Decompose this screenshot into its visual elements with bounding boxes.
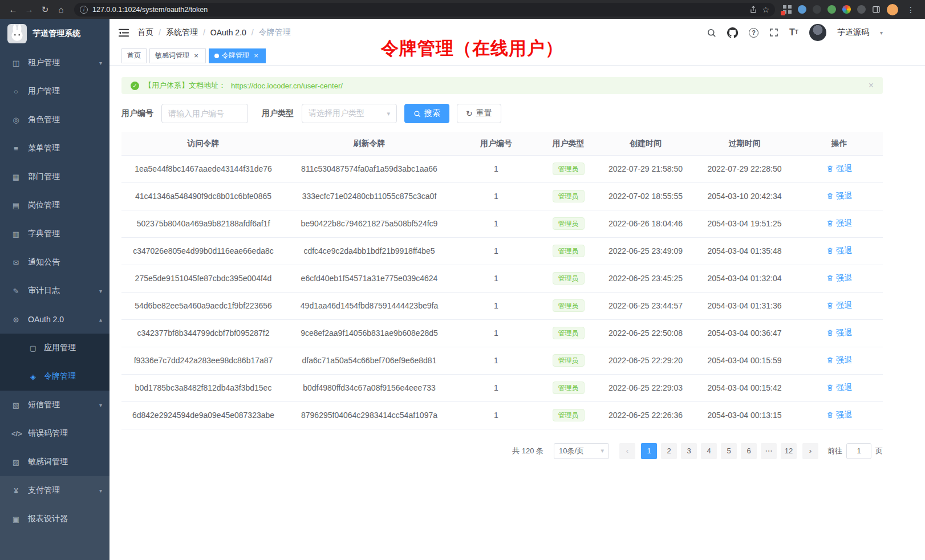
- page-button-6[interactable]: 6: [741, 443, 757, 459]
- tab-sensitive-word[interactable]: 敏感词管理×: [149, 48, 206, 63]
- fullscreen-icon[interactable]: [769, 28, 778, 37]
- alert-text: 【用户体系】文档地址：: [144, 80, 226, 91]
- extension-green-icon[interactable]: [827, 5, 836, 14]
- page-info-icon[interactable]: i: [80, 6, 88, 14]
- user-type-select[interactable]: 请选择用户类型 ▾: [302, 104, 397, 123]
- sidebar-item-app-mgmt[interactable]: ▢ 应用管理: [0, 334, 109, 362]
- sidebar-item-role[interactable]: ◎ 角色管理: [0, 105, 109, 134]
- sidebar-item-sensitive-word[interactable]: ▨ 敏感词管理: [0, 448, 109, 476]
- force-logout-button[interactable]: 强退: [826, 246, 852, 256]
- page-button-4[interactable]: 4: [701, 443, 717, 459]
- search-icon: [413, 110, 421, 117]
- user-avatar[interactable]: [809, 24, 826, 41]
- page-content: ✓ 【用户体系】文档地址： https://doc.iocoder.cn/use…: [109, 66, 925, 459]
- search-icon[interactable]: [707, 28, 716, 38]
- extension-dark-icon[interactable]: [813, 5, 821, 14]
- forward-icon[interactable]: →: [22, 3, 36, 17]
- menu-icon: ≡: [11, 144, 21, 153]
- table-header-row: 访问令牌刷新令牌用户编号用户类型创建时间过期时间操作: [121, 132, 883, 155]
- user-id-input[interactable]: [161, 104, 248, 123]
- sidebar-item-audit-log[interactable]: ✎ 审计日志 ▾: [0, 277, 109, 305]
- sidebar-item-user[interactable]: ○ 用户管理: [0, 77, 109, 105]
- sidebar-item-post[interactable]: ▤ 岗位管理: [0, 191, 109, 220]
- share-icon[interactable]: [749, 6, 757, 14]
- force-logout-button[interactable]: 强退: [826, 218, 852, 229]
- force-logout-button[interactable]: 强退: [826, 164, 852, 174]
- alert-close-icon[interactable]: ×: [869, 80, 874, 91]
- expire-time-cell: 2054-03-04 00:15:59: [693, 347, 796, 374]
- sidebar-item-notice[interactable]: ✉ 通知公告: [0, 248, 109, 277]
- sidebar-item-report[interactable]: ▣ 报表设计器: [0, 505, 109, 533]
- breadcrumb-item[interactable]: OAuth 2.0: [210, 28, 246, 37]
- active-tab-dot: [214, 54, 219, 58]
- create-time-cell: 2022-06-26 18:04:46: [598, 210, 693, 237]
- page-button-3[interactable]: 3: [681, 443, 697, 459]
- tab-token-mgmt[interactable]: 令牌管理×: [209, 48, 266, 63]
- search-button[interactable]: 搜索: [404, 104, 449, 123]
- error-code-icon: </>: [11, 429, 21, 438]
- extension-rainbow-icon[interactable]: [842, 5, 851, 14]
- delete-icon: [826, 192, 834, 200]
- back-icon[interactable]: ←: [6, 3, 21, 17]
- force-logout-button[interactable]: 强退: [826, 410, 852, 420]
- page-button-5[interactable]: 5: [721, 443, 737, 459]
- font-size-icon[interactable]: TT: [789, 28, 798, 37]
- sidebar-item-oauth2[interactable]: ⊙ OAuth 2.0 ▴: [0, 305, 109, 334]
- page-size-select[interactable]: 10条/页 ▾: [554, 443, 609, 459]
- collapse-sidebar-icon[interactable]: [119, 29, 129, 37]
- chevron-down-icon[interactable]: ▾: [880, 30, 883, 36]
- tab-close-icon[interactable]: ×: [192, 52, 200, 60]
- user-type-badge: 管理员: [553, 299, 585, 313]
- refresh-token-cell: 8796295f04064c2983414cc54af1097a: [285, 401, 453, 429]
- user-name[interactable]: 芋道源码: [837, 27, 869, 38]
- address-bar[interactable]: i 127.0.0.1:1024/system/oauth2/token ☆: [74, 3, 775, 17]
- user-id-cell: 1: [453, 182, 539, 210]
- more-pages-button[interactable]: ⋯: [761, 443, 777, 459]
- force-logout-button[interactable]: 强退: [826, 273, 852, 283]
- sidebar-item-token-mgmt[interactable]: ◈ 令牌管理: [0, 362, 109, 391]
- sidebar-item-dept[interactable]: ▦ 部门管理: [0, 163, 109, 191]
- reload-icon[interactable]: ↻: [38, 3, 52, 17]
- tab-home[interactable]: 首页: [121, 48, 147, 63]
- reset-button[interactable]: ↻ 重置: [457, 104, 501, 123]
- github-icon[interactable]: [727, 27, 738, 38]
- breadcrumb-item[interactable]: 令牌管理: [259, 27, 291, 38]
- bookmark-star-icon[interactable]: ☆: [762, 5, 769, 14]
- page-button-2[interactable]: 2: [661, 443, 677, 459]
- access-token-cell: 502375b8040a469a9b82188afdf6af1f: [121, 210, 285, 237]
- force-logout-button[interactable]: 强退: [826, 301, 852, 311]
- force-logout-button[interactable]: 强退: [826, 355, 852, 366]
- sidebar-item-pay[interactable]: ¥ 支付管理 ▾: [0, 476, 109, 505]
- chevron-down-icon: ▾: [387, 110, 390, 117]
- next-page-button[interactable]: ›: [802, 443, 818, 459]
- doc-link[interactable]: https://doc.iocoder.cn/user-center/: [231, 82, 343, 90]
- sidebar-item-sms[interactable]: ▧ 短信管理 ▾: [0, 391, 109, 419]
- home-icon[interactable]: ⌂: [54, 3, 68, 17]
- sidebar-item-tenant[interactable]: ◫ 租户管理 ▾: [0, 48, 109, 77]
- audit-icon: ✎: [11, 287, 21, 295]
- side-panel-icon[interactable]: [872, 5, 881, 14]
- page-button-1[interactable]: 1: [641, 443, 657, 459]
- breadcrumb-item[interactable]: 系统管理: [166, 27, 198, 38]
- tab-close-icon[interactable]: ×: [252, 52, 260, 60]
- sidebar-item-dict[interactable]: ▥ 字典管理: [0, 220, 109, 248]
- browser-profile-avatar[interactable]: [887, 4, 898, 15]
- app-logo[interactable]: 芋道管理系统: [0, 19, 109, 48]
- force-logout-button[interactable]: 强退: [826, 191, 852, 201]
- sidebar-item-error-code[interactable]: </> 错误码管理: [0, 419, 109, 448]
- browser-menu-icon[interactable]: ⋮: [904, 5, 917, 14]
- extension-paw-icon[interactable]: [857, 5, 866, 14]
- page-button-12[interactable]: 12: [781, 443, 797, 459]
- breadcrumb-item[interactable]: 首页: [137, 27, 153, 38]
- sidebar-item-menu[interactable]: ≡ 菜单管理: [0, 134, 109, 163]
- force-logout-button[interactable]: 强退: [826, 383, 852, 393]
- extension-grid-icon[interactable]: [783, 5, 792, 14]
- help-icon[interactable]: ?: [749, 28, 758, 38]
- extension-blue-icon[interactable]: [798, 5, 806, 14]
- force-logout-button[interactable]: 强退: [826, 328, 852, 338]
- notice-icon: ✉: [11, 258, 21, 267]
- goto-page-input[interactable]: [846, 443, 871, 459]
- prev-page-button[interactable]: ‹: [619, 443, 635, 459]
- access-token-cell: 1ea5e44f8bc1467aaede43144f31de76: [121, 155, 285, 182]
- expire-time-cell: 2054-03-10 20:42:34: [693, 182, 796, 210]
